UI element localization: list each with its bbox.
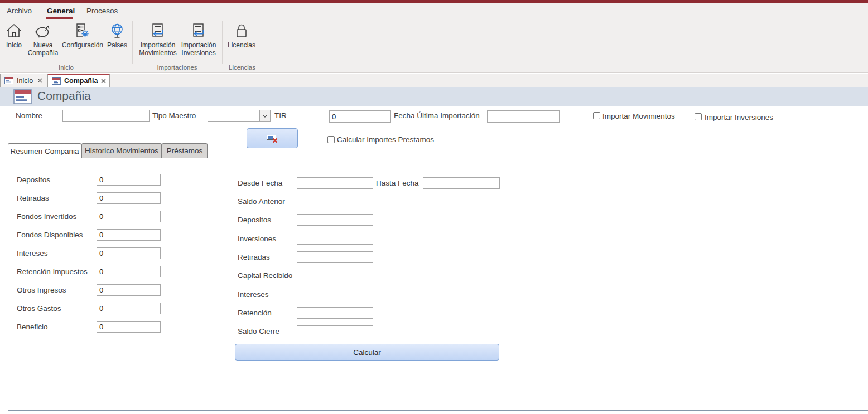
delete-record-button[interactable] — [247, 128, 298, 148]
ribbon-button-configuracion[interactable]: Configuración — [59, 22, 106, 66]
ribbon-group-label-inicio: Inicio — [0, 64, 132, 71]
otros-ingresos-input[interactable] — [97, 284, 161, 296]
beneficio-label: Beneficio — [17, 323, 48, 331]
hasta-fecha-input[interactable] — [423, 177, 500, 189]
ribbon-button-licencias[interactable]: Licencias — [225, 22, 258, 66]
import-document-icon — [190, 22, 207, 41]
saldo-cierre-label: Saldo Cierre — [238, 327, 279, 335]
retiradas-periodo-input[interactable] — [297, 251, 373, 263]
globe-icon — [109, 22, 126, 41]
form-header-band: Compañia — [0, 87, 868, 106]
tipo-maestro-dropdown-button[interactable] — [259, 110, 270, 121]
retencion-impuestos-label: Retención Impuestos — [17, 267, 88, 276]
menu-procesos[interactable]: Procesos — [86, 3, 118, 19]
ribbon-button-importacion-inversiones[interactable]: Importación Inversiones — [176, 22, 221, 66]
fondos-disponibles-label: Fondos Disponibles — [17, 231, 83, 239]
importar-movimientos-label: Importar Movimientos — [602, 112, 675, 120]
close-icon[interactable] — [101, 77, 106, 85]
document-tab-compania[interactable]: Compañia — [47, 74, 110, 87]
fecha-ultima-importacion-input[interactable] — [487, 110, 560, 123]
menubar: Archivo General Procesos — [0, 3, 868, 19]
close-icon[interactable] — [36, 77, 43, 84]
ribbon-button-importacion-movimientos[interactable]: Importación Movimientos — [135, 22, 181, 66]
piggy-bank-icon — [35, 22, 51, 41]
inversiones-label: Inversiones — [238, 235, 276, 243]
ribbon-button-label: Importación Movimientos — [135, 42, 181, 57]
beneficio-input[interactable] — [97, 321, 161, 333]
capital-recibido-input[interactable] — [297, 270, 373, 281]
document-tab-bar: Inicio Compañia — [0, 74, 868, 87]
document-tab-label: Compañia — [64, 77, 98, 85]
depositos-periodo-input[interactable] — [297, 214, 373, 226]
ribbon-button-label: Configuración — [62, 42, 103, 50]
document-tab-label: Inicio — [17, 77, 33, 85]
retiradas-label: Retiradas — [17, 194, 49, 202]
document-tab-inicio[interactable]: Inicio — [0, 74, 47, 87]
importar-inversiones-checkbox[interactable] — [695, 113, 702, 120]
ribbon: Inicio Nueva Compañia — [0, 19, 868, 73]
saldo-cierre-input[interactable] — [297, 325, 373, 337]
tipo-maestro-label: Tipo Maestro — [152, 111, 196, 120]
intereses-input[interactable] — [97, 247, 161, 259]
tir-input[interactable] — [329, 110, 391, 123]
ribbon-group-label-importaciones: Importaciones — [132, 64, 222, 71]
depositos-input[interactable] — [97, 174, 161, 186]
menu-general[interactable]: General — [47, 3, 75, 19]
lock-icon — [233, 22, 250, 41]
page-title: Compañia — [37, 89, 91, 103]
form-window-icon — [52, 77, 61, 85]
import-document-icon — [150, 22, 166, 41]
inversiones-input[interactable] — [297, 233, 373, 245]
saldo-anterior-input[interactable] — [297, 196, 373, 207]
calcular-importes-prestamos-label: Calcular Importes Prestamos — [337, 135, 434, 144]
ribbon-group-separator — [222, 21, 223, 64]
fecha-ultima-importacion-label: Fecha Última Importación — [394, 111, 480, 120]
retiradas-input[interactable] — [97, 192, 161, 204]
depositos-periodo-label: Depositos — [238, 216, 271, 224]
ribbon-button-label: Paises — [107, 42, 127, 50]
ribbon-group-label-licencias: Licencias — [222, 64, 262, 71]
ribbon-group-separator — [132, 21, 133, 64]
retencion-input[interactable] — [297, 307, 373, 319]
tab-prestamos[interactable]: Préstamos — [162, 143, 208, 158]
fondos-invertidos-input[interactable] — [97, 211, 161, 222]
intereses-periodo-label: Intereses — [238, 290, 269, 299]
fondos-disponibles-input[interactable] — [97, 229, 161, 241]
ribbon-button-label: Licencias — [228, 42, 255, 50]
form-window-icon — [13, 89, 32, 105]
nombre-input[interactable] — [62, 110, 150, 122]
ribbon-button-label: Nueva Compañia — [27, 42, 59, 57]
importar-movimientos-checkbox[interactable] — [593, 112, 600, 119]
menu-archivo[interactable]: Archivo — [7, 3, 32, 19]
intereses-label: Intereses — [17, 249, 48, 257]
fondos-invertidos-label: Fondos Invertidos — [17, 212, 76, 221]
ribbon-button-label: Inicio — [6, 42, 22, 50]
ribbon-button-paises[interactable]: Paises — [105, 22, 129, 66]
calcular-button[interactable]: Calcular — [235, 344, 499, 361]
chevron-down-icon — [262, 114, 268, 118]
desde-fecha-input[interactable] — [297, 177, 373, 189]
otros-gastos-label: Otros Gastos — [17, 304, 61, 313]
home-icon — [6, 22, 22, 41]
saldo-anterior-label: Saldo Anterior — [238, 197, 285, 206]
retencion-label: Retención — [238, 309, 272, 317]
intereses-periodo-input[interactable] — [297, 289, 373, 300]
importar-inversiones-label: Importar Inversiones — [705, 113, 773, 121]
tab-page-top-border — [8, 158, 868, 158]
otros-ingresos-label: Otros Ingresos — [17, 286, 66, 294]
hasta-fecha-label: Hasta Fecha — [376, 179, 419, 187]
delete-record-icon — [266, 132, 279, 144]
tab-historico-movimientos[interactable]: Historico Movimientos — [81, 143, 162, 158]
ribbon-button-label: Importación Inversiones — [176, 42, 221, 57]
tab-page-left-border — [8, 158, 8, 410]
retencion-impuestos-input[interactable] — [97, 266, 161, 277]
tab-page-bottom-border — [8, 410, 868, 411]
nombre-label: Nombre — [16, 111, 42, 120]
form-window-icon — [4, 77, 13, 84]
tab-resumen-compania[interactable]: Resumen Compañia — [8, 143, 81, 158]
ribbon-button-nueva-compania[interactable]: Nueva Compañia — [27, 22, 59, 66]
desde-fecha-label: Desde Fecha — [238, 179, 282, 187]
ribbon-button-inicio[interactable]: Inicio — [1, 22, 27, 66]
otros-gastos-input[interactable] — [97, 303, 161, 314]
calcular-importes-prestamos-checkbox[interactable] — [327, 136, 335, 143]
